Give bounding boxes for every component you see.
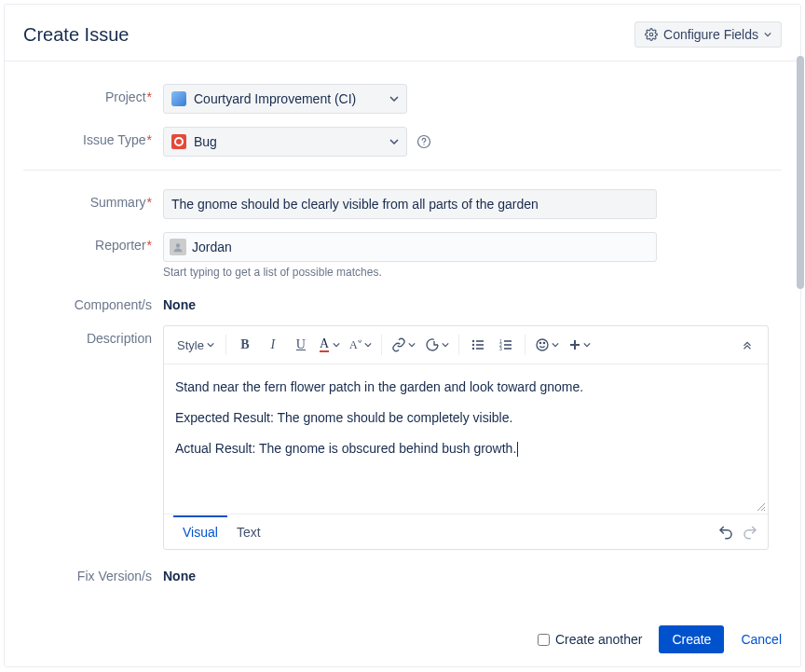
text-color-button[interactable]: A [316,332,344,358]
configure-fields-label: Configure Fields [663,27,758,42]
svg-rect-11 [504,340,512,342]
dialog-footer: Create another Create Cancel [5,613,800,666]
create-another-label: Create another [555,632,642,647]
reporter-value: Jordan [192,240,232,254]
undo-button[interactable] [717,524,734,541]
svg-rect-15 [504,348,512,350]
bullet-list-button[interactable] [465,332,491,358]
number-list-button[interactable]: 123 [493,332,519,358]
svg-point-0 [649,33,653,36]
link-button[interactable] [388,332,419,358]
editor-line: Actual Result: The gnome is obscured beh… [175,439,757,459]
resize-handle-icon[interactable] [757,502,766,512]
description-editor: Style B I U A A༄ [163,325,769,550]
tab-text[interactable]: Text [227,517,270,547]
description-label: Description [23,325,163,346]
svg-rect-7 [476,344,484,346]
summary-input[interactable] [163,189,657,219]
help-icon[interactable] [416,134,431,149]
editor-toolbar: Style B I U A A༄ [164,326,768,364]
create-button[interactable]: Create [659,625,724,653]
editor-tabs: Visual Text [164,514,768,549]
dialog-title: Create Issue [23,24,129,46]
chevron-down-icon [389,96,399,102]
project-select[interactable]: Courtyard Improvement (CI) [163,84,407,114]
components-value: None [163,292,196,312]
style-dropdown[interactable]: Style [171,332,220,358]
create-another-input[interactable] [538,634,550,646]
svg-point-8 [472,348,474,350]
bug-icon [171,134,186,149]
insert-more-button[interactable] [565,332,594,358]
issue-type-label: Issue Type* [23,127,163,147]
project-avatar-icon [171,91,186,106]
cancel-link[interactable]: Cancel [741,632,782,647]
svg-rect-5 [476,340,484,342]
editor-line: Stand near the fern flower patch in the … [175,377,757,397]
reporter-input[interactable]: Jordan [163,232,657,262]
reporter-label: Reporter* [23,232,163,253]
dialog-header: Create Issue Configure Fields [5,5,800,62]
create-another-checkbox[interactable]: Create another [538,632,642,647]
scrollbar-thumb[interactable] [797,56,804,289]
components-label: Component/s [23,292,163,312]
chevron-down-icon [389,139,399,144]
user-avatar-icon [170,239,186,255]
editor-line: Expected Result: The gnome should be com… [175,408,757,428]
configure-fields-button[interactable]: Configure Fields [634,21,782,48]
more-format-button[interactable]: A༄ [346,332,375,358]
project-value: Courtyard Improvement (CI) [194,91,356,106]
gear-icon [645,28,658,41]
project-label: Project* [23,84,163,104]
dialog-body: Project* Courtyard Improvement (CI) Issu… [5,62,800,613]
divider [23,170,782,171]
svg-point-17 [539,342,540,343]
underline-button[interactable]: U [288,332,314,358]
svg-point-6 [472,344,474,346]
editor-content[interactable]: Stand near the fern flower patch in the … [164,364,768,514]
attachment-button[interactable] [421,332,453,358]
reporter-hint: Start typing to get a list of possible m… [163,266,657,279]
emoji-button[interactable] [531,332,563,358]
issue-type-value: Bug [194,134,217,149]
fix-versions-value: None [163,563,196,583]
svg-point-18 [543,342,544,343]
svg-point-2 [423,144,424,145]
italic-button[interactable]: I [260,332,286,358]
svg-rect-9 [476,348,484,350]
text-caret [517,442,518,457]
svg-point-4 [472,340,474,342]
fix-versions-label: Fix Version/s [23,563,163,583]
summary-label: Summary* [23,189,163,210]
svg-point-16 [537,339,548,350]
svg-text:3: 3 [499,346,502,351]
tab-visual[interactable]: Visual [173,515,227,547]
expand-editor-button[interactable] [734,332,760,358]
redo-button[interactable] [742,524,758,541]
bold-button[interactable]: B [232,332,258,358]
svg-rect-13 [504,344,512,346]
issue-type-select[interactable]: Bug [163,127,407,157]
svg-point-3 [176,243,181,248]
create-issue-dialog: Create Issue Configure Fields Project* C… [4,4,801,667]
chevron-down-icon [764,31,771,38]
